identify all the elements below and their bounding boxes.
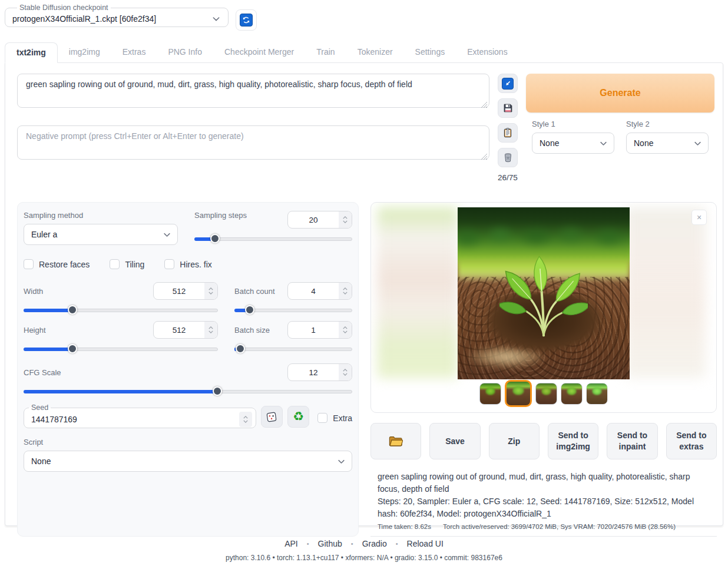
close-gallery-button[interactable]: × — [691, 210, 707, 225]
style1-dropdown[interactable]: None — [532, 133, 614, 154]
stepper-icon[interactable] — [204, 322, 217, 338]
tab-txt2img[interactable]: txt2img — [5, 42, 58, 63]
tab-tokenizer[interactable]: Tokenizer — [346, 42, 404, 62]
random-seed-button[interactable] — [261, 406, 283, 428]
checkpoint-header: Stable Diffusion checkpoint protogenX34O… — [0, 0, 728, 31]
height-input[interactable] — [154, 322, 204, 338]
send-to-inpaint-button[interactable]: Send to inpaint — [607, 423, 657, 459]
sampling-steps-slider[interactable] — [194, 234, 352, 244]
stepper-icon[interactable] — [204, 283, 217, 299]
apply-style-button[interactable] — [498, 123, 518, 143]
restore-faces-checkbox[interactable]: Restore faces — [24, 259, 90, 269]
send-to-extras-button[interactable]: Send to extras — [666, 423, 717, 459]
extra-seed-checkbox[interactable]: Extra — [317, 413, 352, 423]
cfg-scale-input[interactable] — [288, 364, 339, 381]
batch-count-input[interactable] — [288, 283, 339, 299]
thumbnail-1[interactable] — [479, 383, 501, 405]
stepper-icon[interactable] — [339, 211, 352, 228]
batch-count-numbox — [287, 282, 352, 300]
style2-dropdown[interactable]: None — [626, 133, 709, 154]
sampling-steps-numbox — [287, 211, 352, 229]
cfg-scale-numbox — [287, 363, 352, 381]
save-style-button[interactable] — [498, 98, 518, 118]
sampling-method-label: Sampling method — [24, 211, 178, 220]
token-counter: 26/75 — [498, 173, 518, 182]
hires-fix-label: Hires. fix — [180, 260, 211, 269]
gallery-actions: Save Zip Send to img2img Send to inpaint… — [370, 423, 717, 459]
thumbnail-2-selected[interactable] — [505, 380, 532, 407]
style2-value: None — [634, 138, 653, 148]
tiling-checkbox[interactable]: Tiling — [110, 259, 144, 269]
script-dropdown[interactable]: None — [24, 451, 352, 472]
clear-prompt-button[interactable] — [498, 148, 518, 167]
generation-info: green sapling rowing out of ground, mud,… — [370, 471, 717, 537]
checkpoint-dropdown[interactable]: Stable Diffusion checkpoint protogenX34O… — [5, 4, 229, 27]
folder-icon — [389, 435, 403, 447]
seed-row: Seed — [24, 403, 352, 428]
sampling-row: Sampling method Euler a Sampling steps — [24, 211, 352, 245]
reuse-seed-button[interactable]: ♻ — [287, 406, 309, 428]
generate-button[interactable]: Generate — [526, 74, 714, 113]
stepper-icon[interactable] — [339, 322, 352, 338]
thumbnail-3[interactable] — [535, 383, 557, 405]
generation-info-params: Steps: 20, Sampler: Euler a, CFG scale: … — [378, 495, 707, 520]
seed-input[interactable] — [24, 415, 239, 424]
cfg-scale-label: CFG Scale — [24, 368, 61, 377]
prompt-wrap: green sapling rowing out of ground, mud,… — [17, 74, 489, 110]
cfg-scale-box: CFG Scale — [24, 363, 352, 396]
prompt-input[interactable]: green sapling rowing out of ground, mud,… — [17, 74, 489, 108]
time-taken: Time taken: 8.62s — [378, 523, 431, 530]
settings-panel: Sampling method Euler a Sampling steps — [17, 202, 359, 537]
style2-box: Style 2 None — [626, 120, 709, 154]
save-button[interactable]: Save — [429, 423, 480, 459]
tab-settings[interactable]: Settings — [404, 42, 456, 62]
batch-size-input[interactable] — [288, 322, 339, 338]
footer-link-reload-ui[interactable]: Reload UI — [407, 539, 444, 548]
thumbnail-4[interactable] — [561, 383, 583, 405]
generation-info-prompt: green sapling rowing out of ground, mud,… — [378, 471, 707, 495]
checkbox-icon — [24, 259, 34, 269]
sampling-steps-input[interactable] — [288, 211, 339, 228]
width-box: Width — [24, 282, 218, 315]
footer-link-github[interactable]: Github — [318, 539, 342, 548]
footer-link-gradio[interactable]: Gradio — [362, 539, 387, 548]
stepper-icon[interactable] — [339, 283, 352, 299]
cfg-scale-slider[interactable] — [24, 386, 352, 396]
sampling-method-dropdown[interactable]: Euler a — [24, 224, 178, 245]
stepper-icon[interactable] — [339, 364, 352, 381]
width-slider[interactable] — [24, 305, 218, 315]
generated-image[interactable] — [458, 207, 630, 379]
footer-link-api[interactable]: API — [284, 539, 298, 548]
thumbnail-5[interactable] — [586, 383, 608, 405]
tab-checkpoint-merger[interactable]: Checkpoint Merger — [213, 42, 305, 62]
style1-label: Style 1 — [532, 120, 614, 128]
main-tabbar: txt2img img2img Extras PNG Info Checkpoi… — [0, 42, 728, 62]
paste-params-button[interactable] — [498, 74, 518, 93]
batch-count-slider[interactable] — [234, 305, 352, 315]
tab-extras[interactable]: Extras — [111, 42, 157, 62]
open-folder-button[interactable] — [370, 423, 421, 459]
send-to-img2img-button[interactable]: Send to img2img — [548, 423, 598, 459]
tab-png-info[interactable]: PNG Info — [157, 42, 213, 62]
floppy-disk-icon — [502, 102, 514, 114]
sampling-method-box: Sampling method Euler a — [24, 211, 178, 245]
tab-train[interactable]: Train — [305, 42, 346, 62]
height-numbox — [153, 321, 218, 339]
hires-fix-checkbox[interactable]: Hires. fix — [164, 259, 211, 269]
script-value: None — [31, 456, 51, 466]
styles-row: Style 1 None Style 2 None — [526, 120, 717, 154]
height-slider[interactable] — [24, 344, 218, 354]
zip-button[interactable]: Zip — [489, 423, 540, 459]
tab-extensions[interactable]: Extensions — [456, 42, 518, 62]
tab-img2img[interactable]: img2img — [58, 42, 111, 62]
width-input[interactable] — [154, 283, 204, 299]
refresh-icon — [240, 14, 253, 27]
stepper-icon[interactable] — [239, 412, 252, 427]
txt2img-panel: green sapling rowing out of ground, mud,… — [5, 62, 723, 526]
negative-prompt-wrap — [17, 125, 489, 162]
negative-prompt-input[interactable] — [17, 125, 489, 160]
batch-count-label: Batch count — [234, 287, 275, 296]
refresh-checkpoints-button[interactable] — [236, 9, 257, 31]
batch-size-slider[interactable] — [234, 344, 352, 354]
chevron-down-icon — [599, 139, 608, 148]
